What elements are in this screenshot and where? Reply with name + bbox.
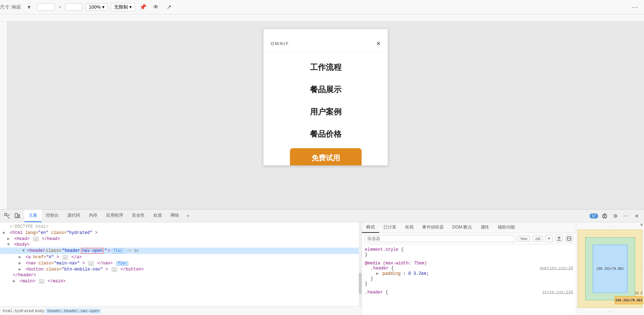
media-selector-line: .header { queries.css:29 <box>371 266 573 271</box>
tree-toggle-header[interactable]: ▼ <box>22 248 27 253</box>
main-collapsed-badge[interactable]: … <box>39 279 44 284</box>
devtools-more-button[interactable]: ⋯ <box>622 212 630 220</box>
header-close-bracket: > <box>108 248 110 253</box>
unlimited-control[interactable]: 无限制 ▾ <box>111 3 135 11</box>
header-class-value-header: "header <box>62 248 80 253</box>
tree-toggle-main[interactable]: ▶ <box>13 278 17 284</box>
source-style-css[interactable]: style.css:220 <box>542 290 573 294</box>
padding-expand[interactable]: ▶ <box>376 271 380 276</box>
tree-toggle-head[interactable]: ▶ <box>7 236 11 241</box>
nav-flex-badge[interactable]: flex <box>116 261 128 266</box>
unlimited-label: 无限制 <box>114 4 128 10</box>
nav-item-dishes[interactable]: 餐品展示 <box>263 79 388 101</box>
add-tab-button[interactable]: + <box>183 210 192 222</box>
html-tree-scroll-thumb <box>359 273 362 294</box>
share-button[interactable]: ↗ <box>164 2 174 12</box>
styles-tab-computed[interactable]: 已计算 <box>379 222 401 233</box>
svg-point-8 <box>604 214 606 216</box>
breadcrumb-body[interactable]: body <box>35 309 44 313</box>
nav-item-cases[interactable]: 用户案例 <box>263 101 388 123</box>
hov-filter-button[interactable]: :hov <box>517 235 530 242</box>
href-attr: href= <box>33 255 46 260</box>
button-collapsed-badge[interactable]: … <box>111 267 117 272</box>
nav-item-workflow[interactable]: 工作流程 <box>263 56 388 79</box>
styles-tab-dom[interactable]: DOM 断点 <box>448 222 476 233</box>
tree-toggle-html[interactable]: ▶ <box>3 230 7 235</box>
html-tree-scrollbar[interactable] <box>359 222 362 306</box>
eye-button[interactable]: 👁 <box>151 2 161 12</box>
nav-close-button[interactable]: × <box>376 40 381 47</box>
tree-main[interactable]: ▶ <main> … </main> <box>0 278 362 284</box>
ruler-vertical <box>0 22 7 209</box>
zoom-control[interactable]: 100% ▾ <box>86 3 108 11</box>
tab-console[interactable]: 控制台 <box>42 210 63 222</box>
breadcrumb-header[interactable]: header.header.nav-open <box>46 309 101 314</box>
force-element-state-button[interactable] <box>555 235 563 243</box>
tab-welcome[interactable]: 欢迎 <box>149 210 166 222</box>
width-input[interactable]: 349 <box>37 3 55 11</box>
header-close-tag: </header> <box>13 273 36 278</box>
ellipsis-icon[interactable]: ··· <box>13 249 20 253</box>
settings-button[interactable]: ⚙ <box>611 212 620 220</box>
styles-tab-accessibility[interactable]: 辅助功能 <box>493 222 519 233</box>
padding-prop-line: ▶ padding : 0 3.2em; <box>371 271 573 276</box>
media-query-line: @media (max-width: 75em) <box>365 261 573 266</box>
styles-tab-events[interactable]: 事件侦听器 <box>418 222 448 233</box>
tab-elements[interactable]: 元素 <box>24 210 42 222</box>
cls-filter-button[interactable]: .cls <box>532 235 543 242</box>
connect-button[interactable] <box>600 212 609 220</box>
devtools-left-icons <box>3 210 24 222</box>
tree-doctype[interactable]: <!DOCTYPE html> <box>0 224 362 230</box>
tree-header-close[interactable]: </header> <box>0 272 362 278</box>
selector-text: element.style { <box>365 247 404 252</box>
top-toolbar: 尺寸: 响应 ▾ 349 × 382 100% ▾ 无限制 ▾ 📌 👁 ↗ ⋯ <box>0 0 644 14</box>
media-query-text: @media (max-width: 75em) <box>365 261 427 266</box>
html-tag: <html <box>10 230 23 235</box>
tree-body[interactable]: ▼ <body> <box>0 242 362 248</box>
nav-cta-button[interactable]: 免费试用 <box>290 148 362 166</box>
header-class-value-nav-open: nav-open <box>81 248 104 254</box>
size-dropdown-icon[interactable]: ▾ <box>24 2 34 12</box>
more-options-button[interactable]: ⋯ <box>632 3 638 11</box>
tree-anchor[interactable]: ▶ <a href="#" > … </a> <box>0 254 362 260</box>
nav-item-pricing[interactable]: 餐品价格 <box>263 123 388 145</box>
styles-tab-props[interactable]: 属性 <box>476 222 493 233</box>
styles-tab-layout[interactable]: 布局 <box>401 222 418 233</box>
tree-toggle-body[interactable]: ▼ <box>7 242 11 247</box>
close-devtools-button[interactable]: ✕ <box>633 212 641 220</box>
tab-application[interactable]: 应用程序 <box>102 210 128 222</box>
nav-collapsed-badge[interactable]: … <box>88 261 94 266</box>
outer-brace: } <box>365 281 367 286</box>
device-toolbar-icon[interactable] <box>13 212 22 220</box>
tab-network[interactable]: 网络 <box>166 210 183 222</box>
tab-memory[interactable]: 内存 <box>85 210 102 222</box>
head-collapsed-badge[interactable]: … <box>33 237 39 241</box>
toggle-device-button[interactable] <box>565 235 573 243</box>
tree-button[interactable]: ▶ <button class="btn-mobile-nav" > … </b… <box>0 266 362 272</box>
size-label: 尺寸: 响应 <box>0 4 21 10</box>
flex-badge[interactable]: flex <box>112 249 124 253</box>
tree-html[interactable]: ▶ <html lang="en" class="hydrated" > <box>0 230 362 236</box>
tab-sources[interactable]: 源代码 <box>63 210 85 222</box>
breadcrumb-html[interactable]: html.hydrated <box>3 309 34 313</box>
tree-toggle-nav[interactable]: ▶ <box>19 260 23 266</box>
add-style-button[interactable]: + <box>545 235 553 243</box>
nav-close-bracket: > <box>82 261 85 266</box>
pin-button[interactable]: 📌 <box>138 2 148 12</box>
tree-head[interactable]: ▶ <head> … </head> <box>0 236 362 242</box>
styles-filter-input[interactable] <box>365 235 515 242</box>
source-queries-css[interactable]: queries.css:29 <box>540 266 573 270</box>
svg-rect-5 <box>18 215 20 218</box>
tab-security[interactable]: 安全性 <box>128 210 149 222</box>
tree-nav[interactable]: ▶ <nav class="main-nav" > … </nav> flex <box>0 260 362 266</box>
nav-close-tag: </nav> <box>97 261 113 266</box>
tree-toggle-button[interactable]: ▶ <box>19 267 23 272</box>
tree-toggle-anchor[interactable]: ▶ <box>19 254 23 260</box>
main-tag: <main> <box>20 279 35 284</box>
inspect-element-icon[interactable] <box>3 212 11 220</box>
anchor-collapsed-badge[interactable]: … <box>62 255 68 260</box>
box-model-panel: 296.352×79.862 - - - - 0 296.352×79.862 <box>576 222 644 315</box>
styles-tab-styles[interactable]: 样式 <box>362 222 379 233</box>
tree-header[interactable]: ··· ▼ <header class= "header nav-open" >… <box>0 248 362 254</box>
height-input[interactable]: 382 <box>65 3 83 11</box>
